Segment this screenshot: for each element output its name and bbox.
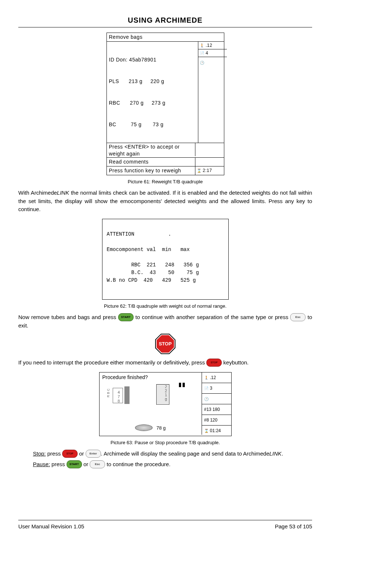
- enter-button[interactable]: Enter: [86, 450, 101, 458]
- figure-63: Procedure finished? 2 2 1 g 4 7 8 R B C …: [18, 372, 312, 446]
- bottom-weight: 78 g: [156, 425, 165, 431]
- clock-icon: [204, 396, 209, 402]
- procedure-side-panel: .12 3 #13 180 #8 120 01:24: [202, 372, 231, 436]
- screen-title: Remove bags: [107, 33, 224, 41]
- paragraph-2: Now remove tubes and bags and press STAR…: [18, 313, 312, 330]
- side-person-value: .12: [206, 42, 212, 49]
- figure-61: Remove bags ID Don: 45ab78901 PLS 213 g …: [18, 33, 312, 185]
- stop-button[interactable]: STOP: [206, 359, 222, 367]
- paragraph-pause: Pause: press START or Esc to continue th…: [33, 460, 312, 469]
- screen-note: Read comments: [107, 158, 195, 166]
- screen-status: Press function key to reweigh: [107, 166, 195, 175]
- side-timer-value: 2:17: [203, 167, 212, 174]
- figure-63-caption: Picture 63: Pause or Stop procedure T/B …: [18, 439, 312, 446]
- attention-row-rbc: RBC 221 248 356 g: [107, 262, 199, 268]
- attention-screen: ATTENTION . Emocomponent val min max RBC…: [102, 219, 229, 300]
- person-icon: [204, 374, 209, 381]
- screen-id-line: ID Don: 45ab78901: [109, 56, 196, 64]
- screen-prompt: Press <ENTER> to accept or weight again: [107, 143, 195, 157]
- figure-61-caption: Picture 61: Reweight T/B quadruple: [18, 178, 312, 186]
- timer-icon: [197, 167, 202, 174]
- side-page-value: 4: [206, 50, 208, 56]
- figure-62-caption: Picture 62: T/B quadruple with weight ou…: [18, 303, 312, 310]
- screen-row-rbc: RBC 270 g 273 g: [109, 100, 196, 107]
- attention-row-wb: W.B no CPD 420 429 525 g: [107, 277, 196, 283]
- page-header-title: USING ARCHIMEDE: [18, 15, 312, 27]
- esc-button[interactable]: Esc: [90, 460, 105, 468]
- footer-left: User Manual Revision 1.05: [18, 523, 84, 531]
- procedure-screen: Procedure finished? 2 2 1 g 4 7 8 R B C …: [100, 372, 202, 435]
- page-icon: [204, 385, 209, 392]
- page-icon: [200, 50, 205, 56]
- attention-header: Emocomponent val min max: [107, 247, 190, 252]
- start-button[interactable]: START: [118, 313, 134, 321]
- attention-title: ATTENTION .: [107, 231, 171, 237]
- screen-row-pls: PLS 213 g 220 g: [109, 78, 196, 85]
- person-icon: [200, 42, 205, 49]
- paragraph-1: With ArchimedeLINK the normal limits che…: [18, 189, 312, 214]
- figure-62: ATTENTION . Emocomponent val min max RBC…: [18, 219, 312, 310]
- page-footer: User Manual Revision 1.05 Page 53 of 105: [18, 520, 312, 531]
- timer-icon: [204, 427, 209, 434]
- stop-button[interactable]: STOP: [62, 450, 78, 458]
- esc-button[interactable]: Esc: [290, 313, 306, 321]
- stop-sign-icon: STOP: [157, 335, 174, 353]
- screen-row-bc: BC 75 g 73 g: [109, 121, 196, 128]
- paragraph-stop: Stop: press STOP or Enter. Archimede wil…: [33, 450, 312, 458]
- attention-row-bc: B.C. 43 50 75 g: [107, 270, 199, 276]
- paragraph-3: If you need to interrupt the procedure e…: [18, 359, 312, 367]
- footer-right: Page 53 of 105: [275, 523, 312, 531]
- clock-icon: [200, 59, 205, 66]
- start-button[interactable]: START: [67, 460, 82, 468]
- procedure-title: Procedure finished?: [100, 372, 202, 382]
